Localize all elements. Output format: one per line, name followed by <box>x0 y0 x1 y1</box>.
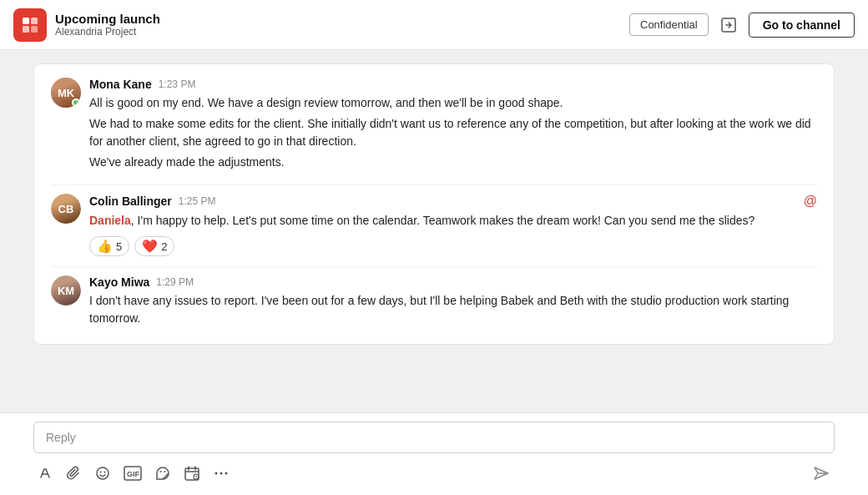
avatar-initials: KM <box>58 285 74 297</box>
header-right: Confidential Go to channel <box>629 12 855 38</box>
avatar-initials: CB <box>58 203 74 215</box>
message-text: All is good on my end. We have a design … <box>89 94 817 112</box>
more-icon <box>214 466 229 481</box>
sender-name: Mona Kane <box>89 78 152 91</box>
message-card: MK Mona Kane 1:23 PM All is good on my e… <box>33 63 835 345</box>
message-body: Kayo Miwa 1:29 PM I don't have any issue… <box>89 275 817 331</box>
reaction-thumbs-up[interactable]: 👍 5 <box>89 236 129 256</box>
svg-rect-2 <box>23 26 29 33</box>
sender-name: Colin Ballinger <box>89 194 172 208</box>
message-divider <box>51 266 817 267</box>
schedule-button[interactable] <box>179 461 205 486</box>
mention-name: Daniela <box>89 214 131 227</box>
svg-text:GIF: GIF <box>127 470 140 478</box>
message-text-after-mention: , I'm happy to help. Let's put some time… <box>131 214 754 227</box>
avatar: KM <box>51 275 81 306</box>
message-text: I don't have any issues to report. I've … <box>89 292 817 327</box>
heart-emoji: ❤️ <box>142 239 158 254</box>
confidential-button[interactable]: Confidential <box>629 13 709 36</box>
svg-rect-3 <box>31 26 38 33</box>
svg-point-11 <box>164 471 166 472</box>
reaction-heart[interactable]: ❤️ 2 <box>134 236 174 256</box>
gif-icon: GIF <box>124 466 142 481</box>
message-body: Mona Kane 1:23 PM All is good on my end.… <box>89 78 817 174</box>
emoji-icon <box>95 466 110 481</box>
message-body: Colin Ballinger 1:25 PM @ Daniela, I'm h… <box>89 194 817 256</box>
header-title: Upcoming launch Alexandria Project <box>55 12 160 38</box>
thumbs-up-count: 5 <box>116 240 122 253</box>
reply-area: Reply GIF <box>0 412 868 495</box>
app-subtitle: Alexandria Project <box>55 26 160 38</box>
online-indicator <box>72 98 80 107</box>
message-divider <box>51 184 817 185</box>
message-header-row: Colin Ballinger 1:25 PM @ <box>89 194 817 209</box>
heart-count: 2 <box>161 240 167 253</box>
app-icon <box>13 8 47 42</box>
svg-rect-1 <box>31 18 38 24</box>
svg-point-5 <box>97 467 108 479</box>
avatar-initials: MK <box>58 87 74 99</box>
main-content: MK Mona Kane 1:23 PM All is good on my e… <box>0 50 868 412</box>
timestamp: 1:29 PM <box>156 276 194 288</box>
message-text: Daniela, I'm happy to help. Let's put so… <box>89 212 817 230</box>
svg-point-15 <box>220 472 223 475</box>
avatar: CB <box>51 194 81 224</box>
timestamp: 1:23 PM <box>159 78 196 90</box>
sender-name: Kayo Miwa <box>89 275 149 289</box>
message-item: CB Colin Ballinger 1:25 PM @ Daniela, I'… <box>51 194 817 256</box>
send-button[interactable] <box>808 460 835 487</box>
svg-point-16 <box>225 472 228 475</box>
app-title: Upcoming launch <box>55 12 160 26</box>
format-icon <box>38 466 53 481</box>
header: Upcoming launch Alexandria Project Confi… <box>0 0 868 50</box>
attach-button[interactable] <box>62 461 87 486</box>
message-text: We had to make some edits for the client… <box>89 115 817 150</box>
svg-point-7 <box>104 472 106 473</box>
reply-placeholder: Reply <box>46 431 76 444</box>
svg-point-10 <box>160 471 162 472</box>
message-item: MK Mona Kane 1:23 PM All is good on my e… <box>51 78 817 174</box>
more-button[interactable] <box>209 461 234 486</box>
share-icon-button[interactable] <box>715 12 742 38</box>
send-icon <box>813 465 830 482</box>
message-header-row: Kayo Miwa 1:29 PM <box>89 275 817 289</box>
attach-icon <box>67 466 82 481</box>
header-left: Upcoming launch Alexandria Project <box>13 8 160 42</box>
message-text: We've already made the adjustments. <box>89 154 817 171</box>
schedule-icon <box>184 466 200 481</box>
emoji-button[interactable] <box>90 461 115 486</box>
sticker-icon <box>155 466 170 481</box>
thumbs-up-emoji: 👍 <box>97 239 113 254</box>
reply-toolbar: GIF <box>33 460 835 487</box>
sticker-button[interactable] <box>150 461 175 486</box>
gif-button[interactable]: GIF <box>119 461 147 486</box>
svg-point-14 <box>215 472 218 475</box>
format-button[interactable] <box>33 461 58 486</box>
avatar: MK <box>51 78 81 108</box>
share-icon <box>720 17 737 33</box>
reply-input[interactable]: Reply <box>33 422 835 453</box>
go-to-channel-button[interactable]: Go to channel <box>749 13 855 38</box>
mention-at-icon: @ <box>804 194 817 209</box>
timestamp: 1:25 PM <box>179 195 216 207</box>
svg-rect-0 <box>23 18 29 24</box>
message-header-row: Mona Kane 1:23 PM <box>89 78 817 91</box>
reactions: 👍 5 ❤️ 2 <box>89 236 817 256</box>
svg-point-6 <box>100 472 102 473</box>
message-item: KM Kayo Miwa 1:29 PM I don't have any is… <box>51 275 817 331</box>
